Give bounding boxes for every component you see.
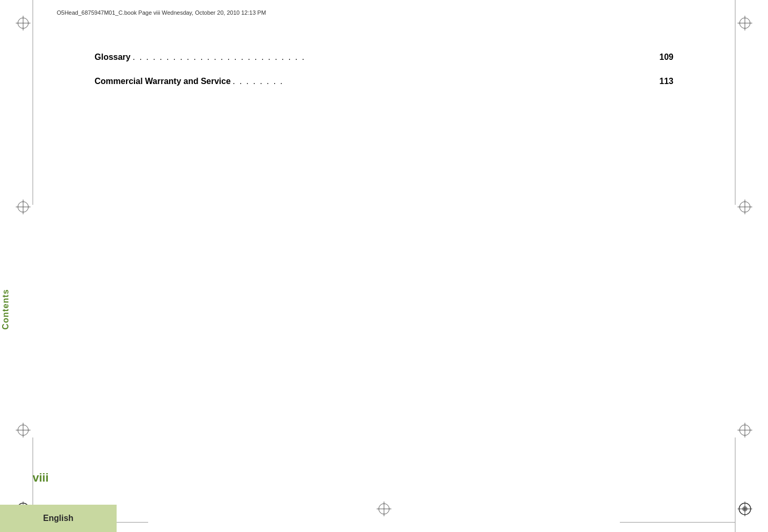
- toc-entry-glossary: Glossary . . . . . . . . . . . . . . . .…: [95, 53, 673, 62]
- toc-title-warranty: Commercial Warranty and Service: [95, 77, 231, 86]
- toc-title-glossary: Glossary: [95, 53, 130, 62]
- english-tab-label: English: [43, 514, 74, 523]
- reg-mark-mid-left: [16, 200, 30, 214]
- line-left-top: [33, 0, 33, 205]
- reg-mark-bottom-center: [377, 502, 391, 516]
- line-right-bottom: [735, 437, 735, 532]
- toc-dots-glossary: . . . . . . . . . . . . . . . . . . . . …: [132, 53, 657, 62]
- page: O5Head_6875947M01_C.book Page viii Wedne…: [0, 0, 768, 532]
- page-number: viii: [33, 471, 49, 485]
- english-tab[interactable]: English: [0, 505, 117, 532]
- reg-mark-top-left: [16, 16, 30, 30]
- contents-sidebar-label: Contents: [1, 289, 11, 329]
- reg-mark-mid-right: [738, 200, 752, 214]
- line-right-top: [735, 0, 735, 205]
- reg-mark-bottom-right: [738, 502, 752, 516]
- reg-mark-top-right: [738, 16, 752, 30]
- toc-dots-warranty: . . . . . . . .: [233, 77, 657, 86]
- toc-entry-warranty: Commercial Warranty and Service . . . . …: [95, 77, 673, 86]
- reg-mark-bottom-mid-right: [738, 423, 752, 437]
- toc-page-glossary: 109: [659, 53, 673, 62]
- line-bottom-right: [620, 522, 735, 523]
- header-file-info: O5Head_6875947M01_C.book Page viii Wedne…: [57, 9, 266, 16]
- reg-mark-bottom-mid-left: [16, 423, 30, 437]
- toc-page-warranty: 113: [659, 77, 673, 86]
- toc-content: Glossary . . . . . . . . . . . . . . . .…: [95, 53, 673, 101]
